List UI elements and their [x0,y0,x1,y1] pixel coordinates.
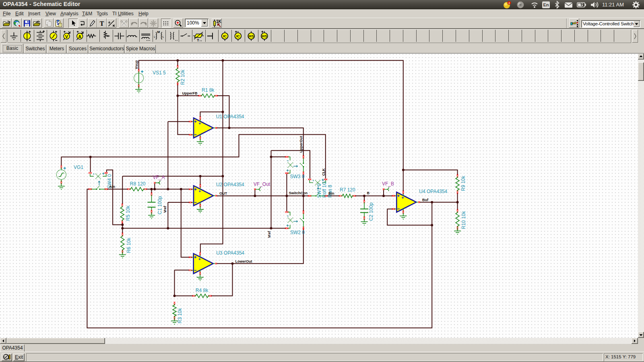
svg-text:Ain: Ain [109,185,116,189]
svg-text:Vref: Vref [267,230,271,238]
svg-text:U2 OPA4354: U2 OPA4354 [216,182,244,187]
svg-text:A: A [78,34,81,39]
svg-text:Bin: Bin [328,191,334,195]
svg-text:VF_B: VF_B [382,181,394,187]
svg-text:U4 OPA4354: U4 OPA4354 [419,189,447,194]
svg-text:VF_Out: VF_Out [254,181,270,187]
svg-text:VG1: VG1 [74,165,83,170]
svg-text:C2 100p: C2 100p [368,202,374,221]
svg-text:T: T [100,20,104,26]
svg-text:UpperFB: UpperFB [182,91,198,95]
svg-text:V: V [65,34,68,39]
svg-text:Roff 1G: Roff 1G [322,181,327,197]
svg-text:R4 8k: R4 8k [196,288,208,293]
svg-text:R10 10k: R10 10k [461,211,466,229]
svg-text:L: L [154,35,155,38]
svg-text:SwitchCon: SwitchCon [289,191,308,195]
svg-text:HS: HS [262,34,267,38]
svg-text:UpperOut: UpperOut [299,136,303,153]
svg-text:U3 OPA4354: U3 OPA4354 [216,250,244,256]
svg-text:Vsup: Vsup [134,60,138,69]
svg-text:1K: 1K [216,19,221,23]
svg-text:SW2 0: SW2 0 [290,230,305,235]
svg-text:HS: HS [249,34,254,38]
svg-text:LowerOut: LowerOut [235,259,252,263]
svg-text:R3 10k: R3 10k [177,308,183,323]
svg-text:R8 120: R8 120 [130,181,146,187]
svg-text:U1 OPA4354: U1 OPA4354 [216,114,244,119]
svg-text:Vref: Vref [163,206,167,213]
svg-text:R2 10k: R2 10k [180,69,186,85]
svg-text:VF_A: VF_A [153,175,165,180]
svg-text:CLK: CLK [322,168,326,176]
svg-text:En: En [543,2,549,7]
svg-text:R5 10k: R5 10k [125,205,131,221]
svg-text:SW1 0: SW1 0 [316,183,322,198]
svg-text:OUT: OUT [219,191,227,195]
svg-text:T: T [197,38,199,42]
svg-text:C1 100p: C1 100p [157,196,163,214]
svg-text:L: L [163,35,164,38]
svg-text:R7 120: R7 120 [340,187,355,193]
svg-text:R6 10k: R6 10k [126,237,132,253]
svg-text:SW3 0: SW3 0 [290,174,305,179]
svg-text:IC: IC [236,34,240,38]
svg-text:B: B [367,191,370,195]
svg-text:VS1 5: VS1 5 [153,70,166,76]
svg-text:IC: IC [223,34,227,38]
svg-text:Buf: Buf [422,198,429,202]
svg-text:R1 8k: R1 8k [202,87,215,93]
svg-text:4: 4 [508,2,510,4]
svg-text:M: M [157,30,160,34]
svg-text:R9 10k: R9 10k [460,175,466,191]
